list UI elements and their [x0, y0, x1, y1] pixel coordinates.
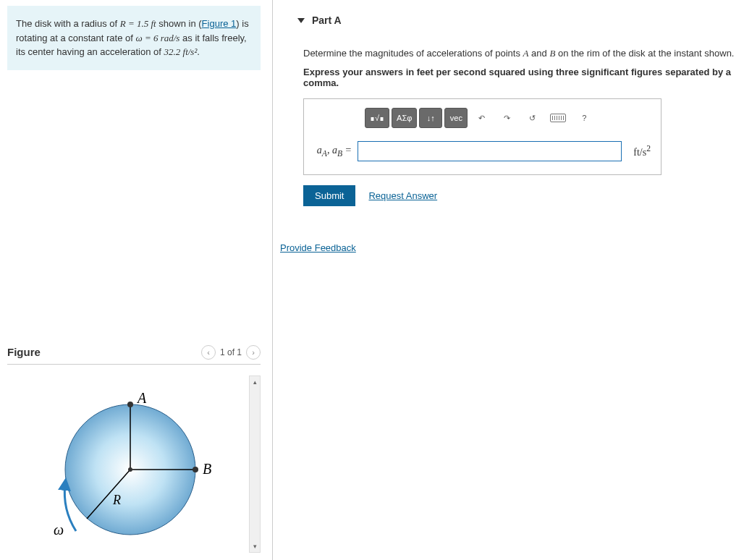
- figure-prev-button[interactable]: ‹: [201, 345, 216, 360]
- scroll-up-icon[interactable]: ▴: [250, 376, 260, 388]
- answer-input[interactable]: [358, 141, 622, 161]
- submit-button[interactable]: Submit: [303, 185, 355, 206]
- answer-label: aA, aB =: [314, 145, 352, 158]
- figure-scrollbar[interactable]: ▴ ▾: [249, 376, 261, 553]
- reset-button[interactable]: ↺: [520, 108, 544, 128]
- request-answer-link[interactable]: Request Answer: [368, 190, 437, 201]
- greek-button[interactable]: ΑΣφ: [392, 108, 417, 128]
- disk-diagram: A B R ω: [43, 390, 217, 556]
- problem-text: The disk with a radius of: [16, 18, 120, 29]
- answer-block: ∎√∎ ΑΣφ ↓↑ vec ↶ ↷ ↺ ? aA, aB = ft/s2: [303, 98, 661, 175]
- keyboard-icon: [550, 114, 566, 122]
- figure-heading: Figure: [7, 346, 41, 358]
- keyboard-button[interactable]: [546, 108, 570, 128]
- part-header: Part A: [312, 14, 342, 26]
- vec-button[interactable]: vec: [444, 108, 468, 128]
- provide-feedback-link[interactable]: Provide Feedback: [280, 242, 356, 253]
- accel-expr: 32.2 ft/s²: [164, 46, 198, 57]
- instruction-text: Express your answers in feet per second …: [303, 67, 735, 88]
- scroll-down-icon[interactable]: ▾: [250, 540, 260, 552]
- undo-button[interactable]: ↶: [470, 108, 493, 128]
- problem-statement: The disk with a radius of R = 1.5 ft sho…: [7, 6, 261, 70]
- collapse-icon[interactable]: [297, 18, 305, 23]
- svg-point-4: [127, 402, 133, 407]
- question-text: Determine the magnitudes of acceleration…: [303, 48, 735, 59]
- figure-link[interactable]: Figure 1: [202, 18, 237, 29]
- radius-label: R: [112, 493, 121, 507]
- answer-unit: ft/s2: [633, 144, 651, 158]
- point-b-label: B: [203, 461, 211, 477]
- radius-expr: R = 1.5 ft: [120, 18, 156, 29]
- figure-body: A B R ω ▴ ▾: [7, 376, 261, 560]
- omega-expr: ω = 6 rad/s: [136, 33, 180, 43]
- subsup-button[interactable]: ↓↑: [419, 108, 442, 128]
- help-button[interactable]: ?: [572, 108, 596, 128]
- svg-point-5: [193, 467, 198, 472]
- redo-button[interactable]: ↷: [495, 108, 518, 128]
- template-button[interactable]: ∎√∎: [365, 108, 389, 128]
- figure-next-button[interactable]: ›: [246, 345, 261, 360]
- svg-point-6: [128, 467, 132, 472]
- omega-label: ω: [54, 522, 64, 538]
- point-a-label: A: [136, 390, 147, 406]
- figure-counter: 1 of 1: [220, 347, 242, 357]
- equation-toolbar: ∎√∎ ΑΣφ ↓↑ vec ↶ ↷ ↺ ?: [365, 108, 651, 128]
